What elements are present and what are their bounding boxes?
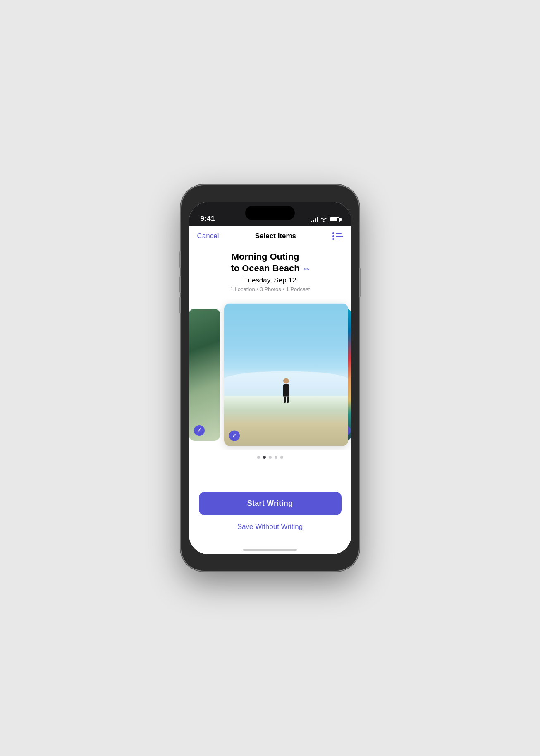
start-writing-button[interactable]: Start Writing: [199, 492, 342, 515]
event-date: Tuesday, Sep 12: [197, 276, 343, 285]
event-title: Morning Outingto Ocean Beach ✏: [197, 251, 343, 274]
dot-5[interactable]: [280, 456, 283, 459]
carousel-dots: [189, 456, 351, 459]
photo-carousel[interactable]: ✓: [189, 299, 351, 450]
wifi-icon: [320, 216, 327, 223]
status-bar: 9:41: [189, 202, 351, 226]
event-meta: 1 Location • 3 Photos • 1 Podcast: [197, 286, 343, 292]
phone-screen: 9:41: [189, 202, 351, 554]
edit-icon[interactable]: ✏: [304, 266, 309, 274]
event-header: Morning Outingto Ocean Beach ✏ Tuesday, …: [189, 244, 351, 296]
status-time: 9:41: [201, 215, 215, 223]
list-icon-button[interactable]: [332, 232, 343, 240]
dynamic-island: [245, 206, 295, 220]
phone-frame: 9:41: [181, 185, 359, 571]
dot-4[interactable]: [275, 456, 277, 459]
home-indicator: [189, 540, 351, 554]
app-content: Cancel Select Items: [189, 226, 351, 554]
photo-card-center[interactable]: ✓: [224, 303, 348, 446]
cancel-button[interactable]: Cancel: [197, 232, 219, 240]
status-icons: [311, 216, 340, 223]
photo-card-left[interactable]: ✓: [189, 309, 220, 441]
check-badge-left: ✓: [194, 425, 205, 436]
check-badge-center: ✓: [229, 430, 240, 441]
dot-3[interactable]: [269, 456, 272, 459]
save-without-writing-button[interactable]: Save Without Writing: [199, 517, 342, 537]
home-bar: [243, 549, 297, 551]
signal-icon: [311, 217, 318, 222]
spacer: [189, 459, 351, 487]
battery-icon: [330, 217, 340, 222]
nav-bar: Cancel Select Items: [189, 226, 351, 244]
nav-title: Select Items: [255, 232, 296, 240]
dot-1[interactable]: [257, 456, 260, 459]
dot-2[interactable]: [263, 456, 266, 459]
bottom-actions: Start Writing Save Without Writing: [189, 487, 351, 540]
carousel-track: ✓: [189, 299, 351, 450]
beach-person: [282, 378, 290, 403]
